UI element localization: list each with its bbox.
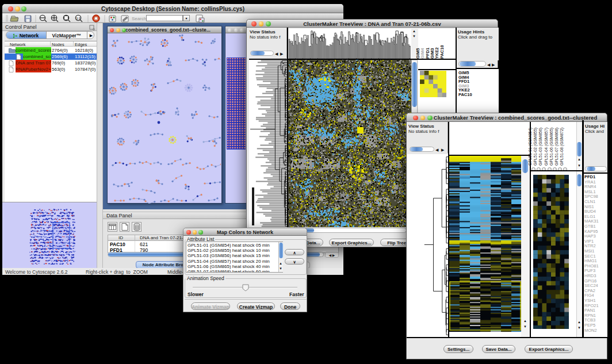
svg-text:Search:: Search: <box>132 16 148 21</box>
svg-text:1:1: 1:1 <box>76 17 81 20</box>
